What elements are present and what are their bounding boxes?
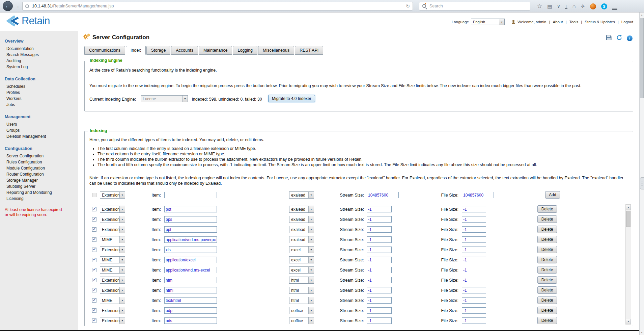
delete-button[interactable]: Delete xyxy=(537,307,557,314)
tab-logging[interactable]: Logging xyxy=(233,46,257,55)
row-extractor-select[interactable]: excel ▼ xyxy=(289,266,314,274)
sidebar-item-workers[interactable]: Workers xyxy=(0,96,78,102)
row-extractor-select[interactable]: html ▼ xyxy=(289,297,314,304)
sidebar-item-schedules[interactable]: Schedules xyxy=(0,83,78,89)
row-type-select[interactable]: MIME ▼ xyxy=(100,266,125,274)
row-enabled-checkbox[interactable] xyxy=(92,217,96,222)
row-item-input[interactable] xyxy=(164,206,217,212)
row-extractor-select[interactable]: excel ▼ xyxy=(289,246,314,253)
delete-button[interactable]: Delete xyxy=(537,205,557,213)
row-item-input[interactable] xyxy=(164,236,217,243)
row-extractor-select[interactable]: exalead ▼ xyxy=(289,226,314,233)
sidebar-item-system-log[interactable]: System Log xyxy=(0,64,78,70)
add-stream-size-input[interactable] xyxy=(367,192,399,198)
row-type-select[interactable]: Extension ▼ xyxy=(100,206,125,213)
back-button[interactable]: ← xyxy=(3,1,13,11)
delete-button[interactable]: Delete xyxy=(537,286,557,294)
row-file-input[interactable] xyxy=(462,247,486,253)
row-type-select[interactable]: Extension ▼ xyxy=(100,317,125,324)
row-type-select[interactable]: MIME ▼ xyxy=(100,236,125,243)
sidebar-item-server-configuration[interactable]: Server Configuration xyxy=(0,153,78,159)
share-icon[interactable]: ✈ xyxy=(581,3,585,9)
row-enabled-checkbox[interactable] xyxy=(92,258,96,262)
row-enabled-checkbox[interactable] xyxy=(92,298,96,303)
sidebar-item-module-configuration[interactable]: Module Configuration xyxy=(0,165,78,171)
tab-communications[interactable]: Communications xyxy=(84,46,125,55)
row-enabled-checkbox[interactable] xyxy=(92,318,96,323)
browser-scrollbar-thumb[interactable] xyxy=(640,18,644,98)
row-stream-input[interactable] xyxy=(367,317,392,324)
save-icon[interactable] xyxy=(606,35,612,42)
tab-maintenance[interactable]: Maintenance xyxy=(199,46,232,55)
row-extractor-select[interactable]: exalead ▼ xyxy=(289,236,314,243)
row-file-input[interactable] xyxy=(462,297,486,304)
sidebar-item-auditing[interactable]: Auditing xyxy=(0,58,78,64)
delete-button[interactable]: Delete xyxy=(537,226,557,233)
home-icon[interactable]: ⌂ xyxy=(572,3,576,9)
row-extractor-select[interactable]: html ▼ xyxy=(289,277,314,284)
add-file-size-input[interactable] xyxy=(462,192,494,198)
skype-icon[interactable]: S xyxy=(601,3,607,9)
sidebar-item-rules-configuration[interactable]: Rules Configuration xyxy=(0,159,78,165)
sidebar-item-documentation[interactable]: Documentation xyxy=(0,46,78,52)
delete-button[interactable]: Delete xyxy=(537,236,557,243)
delete-button[interactable]: Delete xyxy=(537,297,557,304)
row-type-select[interactable]: Extension ▼ xyxy=(100,216,125,223)
sidebar-item-jobs[interactable]: Jobs xyxy=(0,102,78,108)
row-extractor-select[interactable]: ooffice ▼ xyxy=(289,317,314,324)
tools-link[interactable]: Tools xyxy=(569,20,578,24)
delete-button[interactable]: Delete xyxy=(537,256,557,263)
row-type-select[interactable]: Extension ▼ xyxy=(100,226,125,233)
row-item-input[interactable] xyxy=(164,317,217,324)
row-item-input[interactable] xyxy=(164,267,217,273)
reload-icon[interactable]: ↻ xyxy=(406,3,410,9)
row-file-input[interactable] xyxy=(462,236,486,243)
row-enabled-checkbox[interactable] xyxy=(92,288,96,292)
row-enabled-checkbox[interactable] xyxy=(92,278,96,282)
row-stream-input[interactable] xyxy=(367,236,392,243)
scroll-down-button[interactable]: ▼ xyxy=(626,319,631,324)
language-select[interactable]: English ▼ xyxy=(471,19,505,25)
tab-accounts[interactable]: Accounts xyxy=(171,46,198,55)
row-enabled-checkbox[interactable] xyxy=(92,308,96,313)
delete-button[interactable]: Delete xyxy=(537,276,557,284)
sidebar-item-reporting-and-monitoring[interactable]: Reporting and Monitoring xyxy=(0,189,78,196)
sidebar-item-licensing[interactable]: Licensing xyxy=(0,196,78,202)
engine-select[interactable]: Lucene ▼ xyxy=(141,95,188,102)
row-extractor-select[interactable]: excel ▼ xyxy=(289,256,314,263)
scrollbar-up-icon[interactable]: ▲ xyxy=(640,12,644,17)
tab-rest-api[interactable]: REST API xyxy=(295,46,323,55)
row-enabled-checkbox[interactable] xyxy=(92,248,96,252)
row-item-input[interactable] xyxy=(164,247,217,253)
row-extractor-select[interactable]: exalead ▼ xyxy=(289,216,314,223)
add-button[interactable]: Add xyxy=(545,191,560,199)
sidebar-item-storage-manager[interactable]: Storage Manager xyxy=(0,177,78,183)
sidebar-item-deletion-management[interactable]: Deletion Management xyxy=(0,133,78,139)
row-file-input[interactable] xyxy=(462,257,486,263)
row-enabled-checkbox[interactable] xyxy=(92,227,96,232)
row-type-select[interactable]: MIME ▼ xyxy=(100,256,125,263)
row-file-input[interactable] xyxy=(462,287,486,293)
row-enabled-checkbox[interactable] xyxy=(92,207,96,211)
row-file-input[interactable] xyxy=(462,307,486,314)
row-enabled-checkbox[interactable] xyxy=(92,237,96,242)
url-bar[interactable]: 10.1.48.31/RetainServer/Manager/menu.jsp… xyxy=(22,2,413,10)
row-stream-input[interactable] xyxy=(367,287,392,293)
row-item-input[interactable] xyxy=(164,307,217,314)
row-stream-input[interactable] xyxy=(367,226,392,233)
list-scrollbar[interactable]: ▲ ▼ xyxy=(625,204,631,325)
delete-button[interactable]: Delete xyxy=(537,317,557,324)
row-stream-input[interactable] xyxy=(367,267,392,273)
row-file-input[interactable] xyxy=(462,206,486,212)
list-scrollbar-thumb[interactable] xyxy=(626,211,631,227)
row-type-select[interactable]: MIME ▼ xyxy=(100,297,125,304)
row-item-input[interactable] xyxy=(164,216,217,223)
row-type-select[interactable]: Extension ▼ xyxy=(100,246,125,253)
row-stream-input[interactable] xyxy=(367,216,392,223)
downloads-icon[interactable]: ↓ xyxy=(565,4,567,9)
side-panel-handle[interactable] xyxy=(640,177,644,189)
row-stream-input[interactable] xyxy=(367,297,392,304)
row-file-input[interactable] xyxy=(462,226,486,233)
sidebar-item-users[interactable]: Users xyxy=(0,121,78,127)
refresh-icon[interactable] xyxy=(616,34,622,42)
